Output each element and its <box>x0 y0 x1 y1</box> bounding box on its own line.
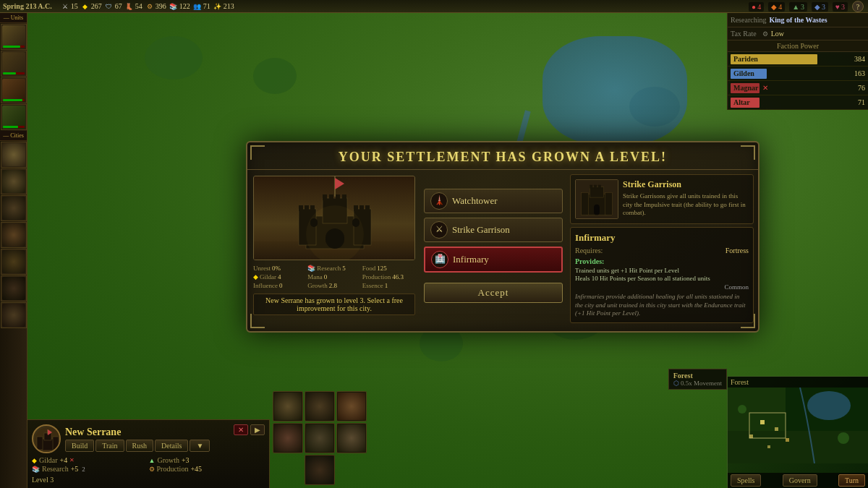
strike-garrison-btn[interactable]: ⚔ Strike Garrison <box>424 218 563 242</box>
svg-rect-27 <box>598 185 601 189</box>
city-message: New Serrane has grown to level 3. Select… <box>253 294 415 315</box>
settlement-dialog: Your settlement has grown a level! <box>246 141 760 333</box>
city-res-growth: ▲ Growth +3 <box>149 456 265 464</box>
sidebar-unit-3[interactable] <box>1 77 27 103</box>
svg-rect-34 <box>37 437 43 450</box>
faction-power-header: Faction Power <box>728 40 868 52</box>
svg-rect-32 <box>42 439 54 450</box>
info-panel: Strike Garrison Strike Garrisons give al… <box>566 170 758 321</box>
left-sidebar: — Units — Cities <box>0 13 27 488</box>
minimap-content[interactable] <box>728 388 868 473</box>
unit-frame-5[interactable] <box>305 423 335 453</box>
svg-rect-45 <box>749 435 753 438</box>
provides-item-2: Heals 10 Hit Points per Season to all st… <box>575 275 749 282</box>
faction-pariden: Pariden 384 <box>728 52 868 67</box>
svg-rect-14 <box>359 205 364 211</box>
city-image-area: Unrest 0% 📚 Research 5 Food 125 ◆ Gildar… <box>247 170 421 321</box>
svg-rect-39 <box>728 388 786 431</box>
stat-gold: ◆ 267 <box>81 2 102 11</box>
infirmary-icon: 🏥 <box>431 251 448 268</box>
preview-castle-svg <box>576 179 618 219</box>
sword-icon: ⚔ <box>61 2 69 11</box>
taxrate-bar[interactable]: Tax Rate ⚙ Low <box>728 27 868 40</box>
city-name-section: New Serrane Build Train Rush Details ▼ <box>65 427 210 452</box>
pariden-bar: Pariden <box>731 54 817 64</box>
sidebar-unit-2[interactable] <box>1 51 27 77</box>
stat-production-2: Production 46.3 <box>362 273 415 281</box>
svg-rect-47 <box>767 445 770 448</box>
city-res-production: ⚙ Production +45 <box>149 465 265 473</box>
magnar-bar: Magnar <box>731 83 760 93</box>
stat-growth: Growth 2.8 <box>307 282 360 289</box>
forest-movement: ⬡ 0.5x Movement <box>673 380 722 387</box>
sidebar-unit-4[interactable] <box>1 104 27 130</box>
unit-frame-6[interactable] <box>336 423 367 453</box>
preview-text: Strike Garrison Strike Garrisons give al… <box>623 179 749 219</box>
indicator-1: ● 4 <box>749 2 764 12</box>
train-button[interactable]: Train <box>95 440 124 452</box>
unit-frame-3[interactable] <box>336 391 367 421</box>
city-close-btn[interactable]: ✕ <box>234 424 248 435</box>
indicator-5: ♥ 3 <box>833 2 848 12</box>
svg-rect-28 <box>594 205 600 215</box>
stat-influence: Influence 0 <box>253 282 306 289</box>
pariden-score: 384 <box>854 55 865 63</box>
right-panel: Researching King of the Wastes Tax Rate … <box>727 13 868 110</box>
svg-point-49 <box>838 432 849 444</box>
unit-frame-1[interactable] <box>273 391 303 421</box>
svg-point-48 <box>738 405 746 414</box>
spells-button[interactable]: Spells <box>731 474 761 487</box>
sidebar-city-1[interactable] <box>1 142 27 168</box>
rush-button[interactable]: Rush <box>126 440 154 452</box>
build-button[interactable]: Build <box>65 440 94 452</box>
stat-essence-2: Essence 1 <box>362 282 415 289</box>
gilden-score: 163 <box>854 69 865 77</box>
faction-magnar: Magnar ✕ 76 <box>728 81 868 95</box>
dialog-corner-tl <box>250 145 265 160</box>
sidebar-unit-1[interactable] <box>1 24 27 50</box>
svg-rect-11 <box>310 205 315 211</box>
indicator-help[interactable]: ? <box>852 1 864 12</box>
pop-icon: 👥 <box>193 2 202 11</box>
city-portrait <box>32 424 61 453</box>
svg-rect-44 <box>775 427 778 431</box>
stat-pop: 👥 71 <box>193 2 210 11</box>
unit-frame-2[interactable] <box>305 391 335 421</box>
watchtower-btn[interactable]: 🗼 Watchtower <box>424 189 563 213</box>
accept-button[interactable]: Accept <box>424 283 563 303</box>
dialog-corner-br <box>741 314 755 328</box>
svg-rect-9 <box>299 205 303 211</box>
research-bar-label: Researching <box>731 16 766 24</box>
sidebar-city-6[interactable] <box>1 275 27 301</box>
indicator-2: ◆ 4 <box>768 2 785 12</box>
indicator-4: ◆ 3 <box>812 2 828 12</box>
dialog-corner-bl <box>250 314 265 328</box>
stat-production: ⚙ 396 <box>145 2 166 11</box>
sidebar-city-7[interactable] <box>1 302 27 328</box>
gilden-bar: Gilden <box>731 69 767 79</box>
minimap: Forest Spells Govern Turn <box>727 376 868 488</box>
city-nav-btn[interactable]: ▶ <box>250 424 265 435</box>
research-hud-icon: 📚 <box>169 2 178 11</box>
more-button[interactable]: ▼ <box>190 440 210 452</box>
sidebar-city-3[interactable] <box>1 195 27 221</box>
details-button[interactable]: Details <box>155 440 188 452</box>
unit-frame-7[interactable] <box>305 455 335 485</box>
turn-button[interactable]: Turn <box>838 474 865 487</box>
sidebar-city-4[interactable] <box>1 222 27 248</box>
svg-rect-5 <box>329 194 333 200</box>
city-res-research: 📚 Research +5 2 <box>32 465 148 473</box>
infirmary-btn[interactable]: 🏥 Infirmary <box>424 247 563 273</box>
unit-frame-4[interactable] <box>273 423 303 453</box>
forest-indicator: Forest ⬡ 0.5x Movement <box>668 369 727 390</box>
taxrate-label: Tax Rate <box>731 30 757 38</box>
provides-item-1: Trained units get +1 Hit Point per Level <box>575 267 749 274</box>
season-label: Spring 213 A.C. <box>3 2 52 10</box>
level-bar: Level 3 <box>32 476 265 484</box>
sidebar-city-5[interactable] <box>1 249 27 275</box>
govern-button[interactable]: Govern <box>783 474 817 487</box>
forest-label: Forest <box>673 372 722 380</box>
dialog-title-bar: Your settlement has grown a level! <box>247 142 758 170</box>
city-stats-grid: Unrest 0% 📚 Research 5 Food 125 ◆ Gildar… <box>253 263 415 291</box>
sidebar-city-2[interactable] <box>1 168 27 194</box>
